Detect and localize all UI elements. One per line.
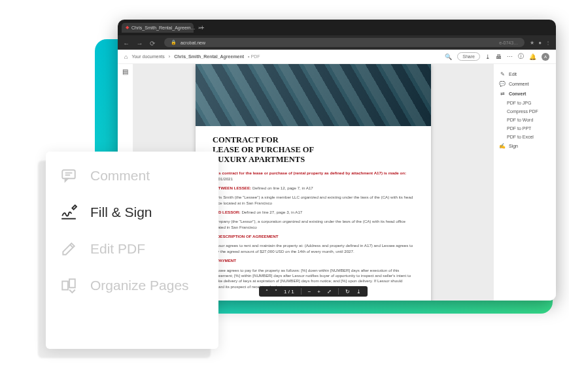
convert-option[interactable]: PDF to Word [496, 116, 553, 124]
action-label: Fill & Sign [90, 204, 152, 220]
pencil-icon: ✎ [499, 71, 506, 77]
address-bar-row: ← → ⟳ 🔒 acrobat.new e-0743… ★ ● ⋮ [118, 35, 556, 50]
doc-h1-para: Lessor agrees to rent and maintain the p… [213, 243, 414, 254]
toolbar-separator [301, 288, 302, 295]
right-panel-edit[interactable]: ✎ Edit [496, 69, 553, 79]
rotate-icon[interactable]: ↻ [345, 289, 350, 295]
lock-icon: 🔒 [171, 40, 177, 45]
breadcrumb-row: ⌂ Your documents › Chris_Smith_Rental_Ag… [118, 50, 556, 64]
browser-tab[interactable]: ◆ Chris_Smith_Rental_Agreem… × [122, 23, 194, 33]
search-icon[interactable]: 🔍 [445, 54, 452, 60]
notifications-icon[interactable]: 🔔 [529, 54, 536, 60]
toolbar-separator [338, 288, 339, 295]
back-icon[interactable]: ← [123, 40, 129, 47]
browser-action-icons: ★ ● ⋮ [530, 40, 551, 46]
action-edit-pdf[interactable]: Edit PDF [59, 239, 205, 259]
action-comment[interactable]: Comment [59, 166, 205, 186]
url-extra: e-0743… [499, 41, 518, 45]
organize-pages-icon [59, 276, 78, 295]
right-panel-convert[interactable]: ⇄ Convert [496, 89, 553, 99]
svg-rect-5 [62, 282, 68, 290]
address-input[interactable]: 🔒 acrobat.new e-0743… [164, 38, 525, 47]
action-label: Edit PDF [90, 241, 145, 257]
signature-icon [59, 203, 78, 222]
document-hero-image [196, 64, 431, 126]
more-icon[interactable]: ⋯ [507, 54, 513, 60]
doc-between: BETWEEN LESSEE: Defined on line 12, page… [213, 186, 414, 191]
print-icon[interactable]: 🖶 [496, 54, 502, 60]
reload-icon[interactable]: ⟳ [150, 40, 155, 47]
extension-icon[interactable]: ★ [530, 40, 534, 46]
page-toolbar: ˄ ˅ 1 / 1 − + ⤢ ↻ ⤓ [259, 286, 368, 297]
page-indicator: 1 / 1 [284, 289, 294, 295]
doc-lessor-para: Company (the "Lessor"), a corporation or… [213, 219, 414, 230]
convert-icon: ⇄ [499, 91, 506, 97]
action-organize-pages[interactable]: Organize Pages [59, 276, 205, 295]
doc-lessee-para: Chris Smith (the "Lessee") a single memb… [213, 195, 414, 206]
zoom-out-icon[interactable]: − [308, 289, 311, 295]
doc-h1: 1. DESCRIPTION OF AGREEMENT [213, 234, 414, 239]
sign-icon: ✍ [499, 143, 506, 149]
file-ext-badge: • PDF [248, 54, 260, 59]
right-panel-sign[interactable]: ✍ Sign [496, 141, 553, 151]
action-menu-card: Comment Fill & Sign Edit PDF [46, 152, 218, 349]
url-text: acrobat.new [181, 41, 205, 45]
right-tools-panel: ✎ Edit 💬 Comment ⇄ Convert PDF to JPG Co… [493, 64, 556, 301]
info-icon[interactable]: ⓘ [518, 52, 524, 61]
thumbnails-icon[interactable]: ▤ [122, 68, 128, 75]
action-label: Organize Pages [90, 278, 189, 293]
convert-option[interactable]: PDF to Excel [496, 133, 553, 141]
document-page: CONTRACT FOR LEASE OR PURCHASE OF LUXURY… [196, 64, 431, 301]
convert-option[interactable]: PDF to JPG [496, 99, 553, 107]
avatar[interactable]: A [542, 53, 549, 61]
page-down-icon[interactable]: ˅ [275, 289, 277, 295]
convert-option[interactable]: PDF to PPT [496, 124, 553, 133]
comment-icon [59, 166, 78, 186]
browser-tab-strip: ◆ Chris_Smith_Rental_Agreem… × + [118, 20, 556, 35]
doc-preamble: This contract for the lease or purchase … [213, 171, 414, 182]
svg-rect-6 [69, 279, 75, 287]
browser-menu-icon[interactable]: ⋮ [545, 40, 551, 46]
home-icon[interactable]: ⌂ [124, 54, 128, 60]
doc-and-lessor: AND LESSOR: Defined on line 27, page 3, … [213, 210, 414, 215]
pencil-icon [59, 239, 78, 259]
breadcrumb-segment-current: Chris_Smith_Rental_Agreement [174, 54, 244, 59]
tab-title: Chris_Smith_Rental_Agreem… [131, 25, 196, 30]
right-panel-comment[interactable]: 💬 Comment [496, 79, 553, 89]
nav-buttons: ← → ⟳ [123, 37, 159, 48]
fit-width-icon[interactable]: ⤢ [327, 289, 332, 295]
forward-icon[interactable]: → [136, 40, 143, 47]
download-icon[interactable]: ⤓ [485, 54, 491, 60]
breadcrumb-segment[interactable]: Your documents [131, 54, 164, 59]
new-tab-button[interactable]: + [198, 24, 207, 31]
download-icon[interactable]: ⤓ [356, 289, 361, 295]
document-title: CONTRACT FOR LEASE OR PURCHASE OF LUXURY… [213, 135, 414, 164]
zoom-in-icon[interactable]: + [317, 289, 320, 295]
page-up-icon[interactable]: ˄ [266, 289, 268, 295]
share-button[interactable]: Share [457, 52, 480, 61]
convert-option[interactable]: Compress PDF [496, 107, 553, 116]
comment-icon: 💬 [499, 81, 506, 87]
chevron-right-icon: › [169, 54, 170, 59]
doc-h2: 2. PAYMENT [213, 258, 414, 263]
action-label: Comment [90, 168, 150, 184]
action-fill-sign[interactable]: Fill & Sign [59, 203, 205, 222]
profile-icon[interactable]: ● [538, 40, 542, 46]
svg-rect-0 [62, 170, 75, 178]
tab-favicon: ◆ [126, 25, 129, 30]
